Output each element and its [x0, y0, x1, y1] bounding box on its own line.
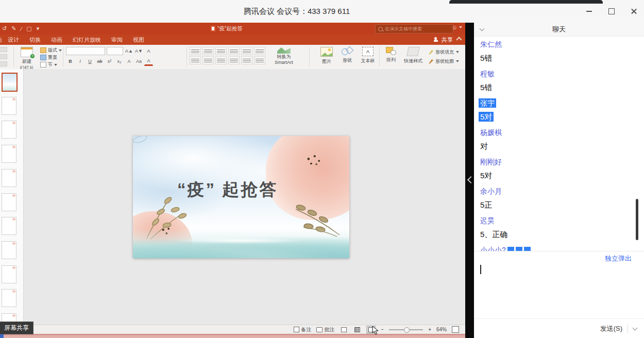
notes-button[interactable]: 备注: [294, 326, 311, 333]
paragraph-button[interactable]: [202, 56, 214, 64]
send-dropdown-icon[interactable]: [633, 327, 637, 330]
slide-thumbnail-3[interactable]: [2, 121, 16, 139]
paragraph-button[interactable]: [254, 47, 265, 55]
shapes-button[interactable]: 形状: [336, 47, 359, 64]
fit-to-window-icon[interactable]: [452, 326, 459, 333]
chat-message-sender[interactable]: 迟昊: [480, 216, 644, 225]
font-format-button[interactable]: Aa: [134, 57, 143, 65]
chat-message-sender[interactable]: 余小月: [480, 187, 644, 195]
paragraph-button[interactable]: [241, 56, 252, 64]
maximize-icon[interactable]: [607, 7, 616, 16]
slide-sorter-view-button[interactable]: [353, 326, 361, 333]
chat-message-text[interactable]: 5正: [480, 201, 644, 209]
font-name-box[interactable]: [66, 47, 105, 55]
pen-icon[interactable]: ∕: [21, 26, 22, 32]
collapse-ribbon-icon[interactable]: [457, 36, 462, 41]
font-format-button[interactable]: x²: [105, 57, 114, 65]
chat-message-text[interactable]: 5、正确: [480, 230, 644, 239]
ribbon-tab-视图[interactable]: 视图: [128, 35, 149, 45]
edit-icon[interactable]: ✎: [11, 25, 16, 32]
chat-message-text[interactable]: 5错: [480, 54, 644, 62]
new-doc-icon[interactable]: ▢: [26, 25, 31, 32]
zoom-slider[interactable]: [389, 329, 423, 330]
slide-thumbnail-5[interactable]: [2, 169, 16, 187]
ribbon-display-options[interactable]: ☺: [452, 24, 462, 30]
ribbon-tab-动画[interactable]: 动画: [46, 35, 67, 45]
close-icon[interactable]: [630, 7, 639, 16]
font-format-button[interactable]: A: [125, 57, 133, 65]
chat-message-sender[interactable]: 刚刚好: [480, 158, 644, 166]
chat-message-text[interactable]: 对: [480, 142, 644, 150]
ppt-share-button[interactable]: 共享: [434, 35, 453, 45]
section-button[interactable]: 节: [40, 62, 62, 67]
chevron-down-icon[interactable]: [480, 27, 485, 32]
collapse-chat-handle[interactable]: [466, 173, 473, 187]
ribbon-tab-审阅[interactable]: 审阅: [106, 35, 128, 45]
search-box[interactable]: 在演示文稿中搜索: [375, 24, 453, 33]
convert-smartart-button[interactable]: 转换为SmartArt: [268, 47, 300, 66]
send-button[interactable]: 发送(S): [600, 324, 622, 333]
ribbon-tab-设计[interactable]: 设计: [3, 35, 24, 45]
chat-message-sender[interactable]: 杨媛棋: [480, 128, 644, 137]
quick-styles-button[interactable]: 快速样式: [401, 47, 426, 64]
font-size-button[interactable]: A▲: [125, 47, 133, 56]
slide-thumbnail-1[interactable]: [2, 73, 18, 92]
slide-thumbnail-6[interactable]: [2, 193, 16, 211]
chat-message-sender[interactable]: 张宇: [480, 99, 644, 107]
chat-message-text[interactable]: 5错: [480, 83, 644, 92]
paragraph-button[interactable]: [202, 47, 214, 55]
font-format-button[interactable]: B: [66, 57, 75, 65]
ribbon-tab-幻灯片放映[interactable]: 幻灯片放映: [67, 35, 106, 45]
qat-more-icon[interactable]: ▾: [37, 25, 40, 32]
paragraph-button[interactable]: [254, 56, 265, 64]
slide-thumbnail-10[interactable]: [2, 289, 16, 307]
popout-link[interactable]: 独立弹出: [605, 254, 632, 263]
slide-thumbnail-7[interactable]: [2, 217, 16, 235]
slide-thumbnail-9[interactable]: [2, 265, 16, 283]
font-size-box[interactable]: [107, 47, 123, 55]
font-format-button[interactable]: U: [86, 57, 94, 65]
chat-message-sender[interactable]: 小小小?: [480, 246, 644, 251]
shape-fill-button[interactable]: 形状填充: [429, 48, 459, 56]
minimize-icon[interactable]: [584, 7, 594, 16]
slide-thumbnail-2[interactable]: [2, 97, 16, 115]
paragraph-button[interactable]: [228, 47, 240, 55]
zoom-slider-thumb[interactable]: [404, 327, 410, 333]
zoom-in-button[interactable]: +: [428, 327, 431, 332]
paragraph-button[interactable]: [190, 56, 201, 64]
font-format-button[interactable]: ab: [95, 57, 104, 65]
undo-icon[interactable]: ↺: [2, 25, 7, 32]
font-size-button[interactable]: A▼: [134, 47, 143, 56]
font-format-button[interactable]: x₂: [115, 57, 124, 65]
paragraph-button[interactable]: [215, 47, 227, 55]
shape-outline-button[interactable]: 形状轮廓: [429, 58, 459, 65]
slide-thumbnail-4[interactable]: [2, 145, 16, 163]
paragraph-button[interactable]: [215, 56, 227, 64]
chat-message-list[interactable]: 朱仁然5错程敏5错张宇5对杨媛棋对刚刚好5对余小月5正迟昊5、正确小小小?: [474, 36, 644, 251]
zoom-out-button[interactable]: −: [381, 327, 384, 332]
zoom-percent[interactable]: 64%: [436, 327, 447, 332]
arrange-button[interactable]: 排列: [382, 47, 400, 63]
chat-message-sender[interactable]: 程敏: [480, 70, 644, 78]
new-slide-button[interactable]: + 新建幻灯片: [16, 47, 37, 72]
textbox-button[interactable]: A 文本框: [357, 47, 379, 64]
slide-thumbnail-8[interactable]: [2, 241, 16, 259]
normal-view-button[interactable]: [340, 326, 348, 333]
ribbon-tab-切换[interactable]: 切换: [24, 35, 46, 45]
font-format-button[interactable]: A: [144, 56, 153, 66]
picture-button[interactable]: 图片: [315, 47, 338, 65]
reset-button[interactable]: 重置: [40, 55, 62, 60]
paragraph-button[interactable]: [241, 47, 252, 55]
chat-message-text[interactable]: 5对: [480, 113, 644, 121]
font-format-button[interactable]: I: [76, 57, 84, 65]
chat-input-area[interactable]: [474, 263, 644, 318]
current-slide[interactable]: “疫” 起抢答: [133, 136, 349, 258]
paragraph-button[interactable]: [228, 56, 240, 64]
font-size-button[interactable]: A: [144, 47, 153, 56]
chat-message-text[interactable]: 5对: [480, 172, 644, 180]
chat-scrollbar[interactable]: [636, 199, 638, 240]
chat-message-sender[interactable]: 朱仁然: [480, 40, 644, 48]
comments-button[interactable]: 批注: [316, 326, 334, 333]
paragraph-button[interactable]: [190, 47, 201, 55]
layout-button[interactable]: 版式: [40, 47, 62, 53]
